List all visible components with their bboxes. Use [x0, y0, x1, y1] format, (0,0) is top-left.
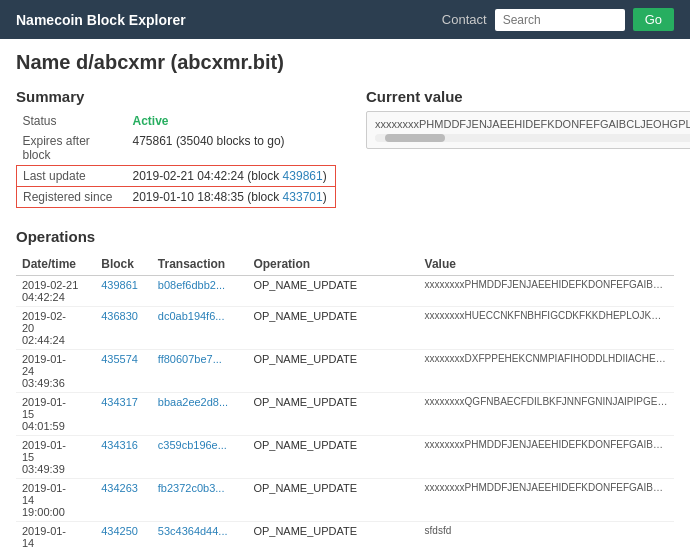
cell-operation: OP_NAME_UPDATE: [247, 479, 418, 522]
cell-datetime: 2019-01- 15 03:49:39: [16, 436, 95, 479]
search-input[interactable]: [495, 9, 625, 31]
cell-operation: OP_NAME_UPDATE: [247, 307, 418, 350]
cell-transaction[interactable]: dc0ab194f6...: [152, 307, 248, 350]
cell-block[interactable]: 434317: [95, 393, 152, 436]
header-right: Contact Go: [442, 8, 674, 31]
transaction-link[interactable]: bbaa2ee2d8...: [158, 396, 228, 408]
cell-value: xxxxxxxxHUECCNKFNBHFIGCDKFKKDHEPLOJKDPOM…: [419, 307, 674, 350]
expires-label: Expires after block: [17, 131, 127, 166]
status-label: Status: [17, 111, 127, 131]
summary-section: Summary Status Active Expires after bloc…: [16, 88, 674, 208]
page-title: Name d/abcxmr (abcxmr.bit): [16, 51, 674, 74]
cell-value: xxxxxxxxPHMDDFJENJAEEHIDEFKDONFEFGAIBCLJ…: [419, 436, 674, 479]
operations-section: Operations Date/time Block Transaction O…: [16, 228, 674, 550]
block-link[interactable]: 436830: [101, 310, 138, 322]
contact-link[interactable]: Contact: [442, 12, 487, 27]
status-value: Active: [133, 114, 169, 128]
summary-left: Summary Status Active Expires after bloc…: [16, 88, 336, 208]
registered-value: 2019-01-10 18:48:35 (block 433701): [127, 187, 336, 208]
expires-value: 475861 (35040 blocks to go): [127, 131, 336, 166]
last-update-block-link[interactable]: 439861: [283, 169, 323, 183]
cell-transaction[interactable]: b08ef6dbb2...: [152, 276, 248, 307]
block-link[interactable]: 434316: [101, 439, 138, 451]
table-row: 2019-01- 15 04:01:59434317bbaa2ee2d8...O…: [16, 393, 674, 436]
cell-transaction[interactable]: bbaa2ee2d8...: [152, 393, 248, 436]
cell-block[interactable]: 434316: [95, 436, 152, 479]
cell-block[interactable]: 434263: [95, 479, 152, 522]
site-title: Namecoin Block Explorer: [16, 12, 186, 28]
table-row: 2019-01- 14 17:20:0743425053c4364d44...O…: [16, 522, 674, 551]
scrollbar[interactable]: [375, 134, 690, 142]
expires-row: Expires after block 475861 (35040 blocks…: [17, 131, 336, 166]
transaction-link[interactable]: c359cb196e...: [158, 439, 227, 451]
cell-value: xxxxxxxxPHMDDFJENJAEEHIDEFKDONFEFGAIBCLJ…: [419, 479, 674, 522]
table-row: 2019-02-21 04:42:24439861b08ef6dbb2...OP…: [16, 276, 674, 307]
registered-label: Registered since: [17, 187, 127, 208]
registered-row: Registered since 2019-01-10 18:48:35 (bl…: [17, 187, 336, 208]
col-transaction: Transaction: [152, 253, 248, 276]
operations-title: Operations: [16, 228, 674, 245]
cell-operation: OP_NAME_UPDATE: [247, 393, 418, 436]
cell-datetime: 2019-02- 20 02:44:24: [16, 307, 95, 350]
cell-datetime: 2019-01- 24 03:49:36: [16, 350, 95, 393]
col-block: Block: [95, 253, 152, 276]
col-datetime: Date/time: [16, 253, 95, 276]
cell-value: sfdsfd: [419, 522, 674, 551]
go-button[interactable]: Go: [633, 8, 674, 31]
last-update-label: Last update: [17, 166, 127, 187]
cell-value: xxxxxxxxQGFNBAECFDILBKFJNNFGNINJAIPIPGEJ…: [419, 393, 674, 436]
scroll-thumb[interactable]: [385, 134, 445, 142]
current-value-section: Current value xxxxxxxxPHMDDFJENJAEEHIDEF…: [366, 88, 690, 208]
col-operation: Operation: [247, 253, 418, 276]
last-update-row: Last update 2019-02-21 04:42:24 (block 4…: [17, 166, 336, 187]
block-link[interactable]: 434263: [101, 482, 138, 494]
transaction-link[interactable]: 53c4364d44...: [158, 525, 228, 537]
cell-operation: OP_NAME_UPDATE: [247, 350, 418, 393]
current-value-text: xxxxxxxxPHMDDFJENJAEEHIDEFKDONFEFGAIBCLJ…: [375, 118, 690, 130]
table-row: 2019-01- 24 03:49:36435574ff80607be7...O…: [16, 350, 674, 393]
block-link[interactable]: 435574: [101, 353, 138, 365]
status-row: Status Active: [17, 111, 336, 131]
main-content: Name d/abcxmr (abcxmr.bit) Summary Statu…: [0, 39, 690, 550]
cell-datetime: 2019-02-21 04:42:24: [16, 276, 95, 307]
table-row: 2019-01- 14 19:00:00434263fb2372c0b3...O…: [16, 479, 674, 522]
summary-label: Summary: [16, 88, 336, 105]
cell-value: xxxxxxxxDXFPPEHEKCNMPIAFIHODDLHDIIACHEGH…: [419, 350, 674, 393]
transaction-link[interactable]: dc0ab194f6...: [158, 310, 225, 322]
operations-table: Date/time Block Transaction Operation Va…: [16, 253, 674, 550]
registered-block-link[interactable]: 433701: [283, 190, 323, 204]
cell-operation: OP_NAME_UPDATE: [247, 436, 418, 479]
cell-transaction[interactable]: ff80607be7...: [152, 350, 248, 393]
block-link[interactable]: 434317: [101, 396, 138, 408]
transaction-link[interactable]: b08ef6dbb2...: [158, 279, 225, 291]
cell-transaction[interactable]: 53c4364d44...: [152, 522, 248, 551]
last-update-value: 2019-02-21 04:42:24 (block 439861): [127, 166, 336, 187]
block-link[interactable]: 434250: [101, 525, 138, 537]
cell-operation: OP_NAME_UPDATE: [247, 522, 418, 551]
cell-block[interactable]: 436830: [95, 307, 152, 350]
cell-datetime: 2019-01- 14 19:00:00: [16, 479, 95, 522]
table-row: 2019-01- 15 03:49:39434316c359cb196e...O…: [16, 436, 674, 479]
cell-block[interactable]: 434250: [95, 522, 152, 551]
cell-datetime: 2019-01- 14 17:20:07: [16, 522, 95, 551]
header: Namecoin Block Explorer Contact Go: [0, 0, 690, 39]
transaction-link[interactable]: ff80607be7...: [158, 353, 222, 365]
cell-block[interactable]: 435574: [95, 350, 152, 393]
current-value-label: Current value: [366, 88, 690, 105]
cell-transaction[interactable]: fb2372c0b3...: [152, 479, 248, 522]
cell-operation: OP_NAME_UPDATE: [247, 276, 418, 307]
cell-datetime: 2019-01- 15 04:01:59: [16, 393, 95, 436]
cell-transaction[interactable]: c359cb196e...: [152, 436, 248, 479]
col-value: Value: [419, 253, 674, 276]
cell-value: xxxxxxxxPHMDDFJENJAEEHIDEFKDONFEFGAIBCLJ…: [419, 276, 674, 307]
transaction-link[interactable]: fb2372c0b3...: [158, 482, 225, 494]
cell-block[interactable]: 439861: [95, 276, 152, 307]
summary-table: Status Active Expires after block 475861…: [16, 111, 336, 208]
ops-header-row: Date/time Block Transaction Operation Va…: [16, 253, 674, 276]
current-value-box: xxxxxxxxPHMDDFJENJAEEHIDEFKDONFEFGAIBCLJ…: [366, 111, 690, 149]
block-link[interactable]: 439861: [101, 279, 138, 291]
table-row: 2019-02- 20 02:44:24436830dc0ab194f6...O…: [16, 307, 674, 350]
